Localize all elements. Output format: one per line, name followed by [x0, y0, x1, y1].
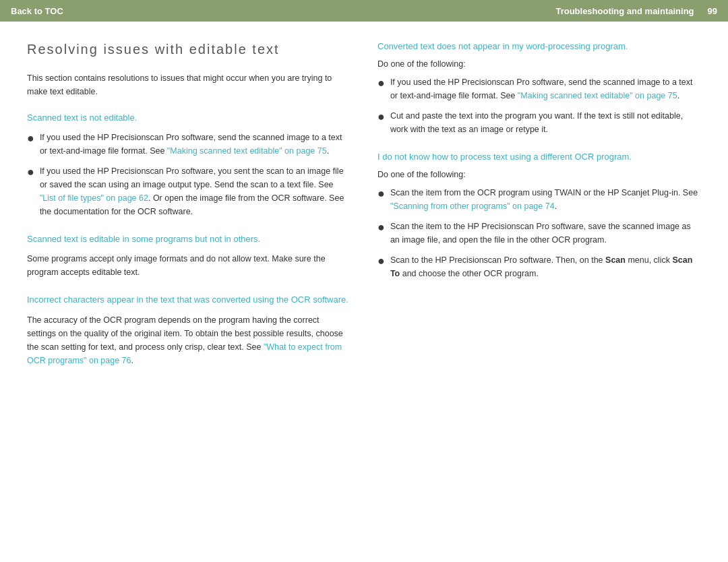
list-item: ● Scan the item from the OCR program usi…: [377, 186, 701, 213]
bullet-icon: ●: [27, 162, 34, 182]
body-text-2: Some programs accept only image formats …: [27, 252, 351, 279]
page-number: 99: [708, 6, 717, 16]
section-heading-3: Incorrect characters appear in the text …: [27, 294, 351, 306]
left-column: Resolving issues with editable text This…: [27, 40, 351, 549]
list-item: ● Scan to the HP Precisionscan Pro softw…: [377, 253, 701, 280]
link-making-editable-1[interactable]: "Making scanned text editable" on page 7…: [167, 146, 327, 156]
bullet-list-1: ● If you used the HP Precisionscan Pro s…: [27, 131, 351, 218]
section-scanned-not-editable: Scanned text is not editable. ● If you u…: [27, 112, 351, 218]
list-item: ● Scan the item to the HP Precisionscan …: [377, 220, 701, 247]
bullet-icon: ●: [27, 129, 34, 148]
back-to-toc[interactable]: Back to TOC: [11, 6, 63, 16]
bullet-icon: ●: [377, 218, 385, 237]
section-heading-r1: Converted text does not appear in my wor…: [377, 40, 701, 53]
page-title: Resolving issues with editable text: [27, 40, 351, 58]
list-item: ● If you used the HP Precisionscan Pro s…: [27, 131, 351, 158]
list-item: ● If you used the HP Precisionscan Pro s…: [27, 164, 351, 218]
body-text-3: The accuracy of the OCR program depends …: [27, 313, 351, 367]
do-one-r2: Do one of the following:: [377, 170, 701, 179]
bullet-icon: ●: [377, 251, 385, 271]
section-heading-r2: I do not know how to process text using …: [377, 151, 701, 163]
section-different-ocr: I do not know how to process text using …: [377, 151, 701, 280]
link-scanning-from-other[interactable]: "Scanning from other programs" on page 7…: [390, 201, 555, 211]
header-bar: Back to TOC Troubleshooting and maintain…: [0, 0, 728, 22]
bullet-list-r2: ● Scan the item from the OCR program usi…: [377, 186, 701, 280]
section-title: Troubleshooting and maintaining: [555, 6, 694, 16]
bullet-icon: ●: [377, 73, 385, 93]
main-content: Resolving issues with editable text This…: [0, 22, 728, 562]
bullet-list-r1: ● If you used the HP Precisionscan Pro s…: [377, 75, 701, 136]
list-item: ● If you used the HP Precisionscan Pro s…: [377, 75, 701, 102]
right-column: Converted text does not appear in my wor…: [377, 40, 701, 549]
section-heading-2: Scanned text is editable in some program…: [27, 233, 351, 245]
link-file-types[interactable]: "List of file types" on page 62: [40, 193, 148, 203]
do-one-r1: Do one of the following:: [377, 59, 701, 69]
section-heading-1: Scanned text is not editable.: [27, 112, 351, 124]
section-incorrect-characters: Incorrect characters appear in the text …: [27, 294, 351, 367]
link-making-editable-2[interactable]: "Making scanned text editable" on page 7…: [518, 91, 677, 100]
intro-text: This section contains resolutions to iss…: [27, 71, 351, 98]
section-converted-text: Converted text does not appear in my wor…: [377, 40, 701, 136]
bullet-icon: ●: [377, 107, 385, 127]
list-item: ● Cut and paste the text into the progra…: [377, 109, 701, 136]
bullet-icon: ●: [377, 184, 385, 204]
section-editable-some-programs: Scanned text is editable in some program…: [27, 233, 351, 279]
